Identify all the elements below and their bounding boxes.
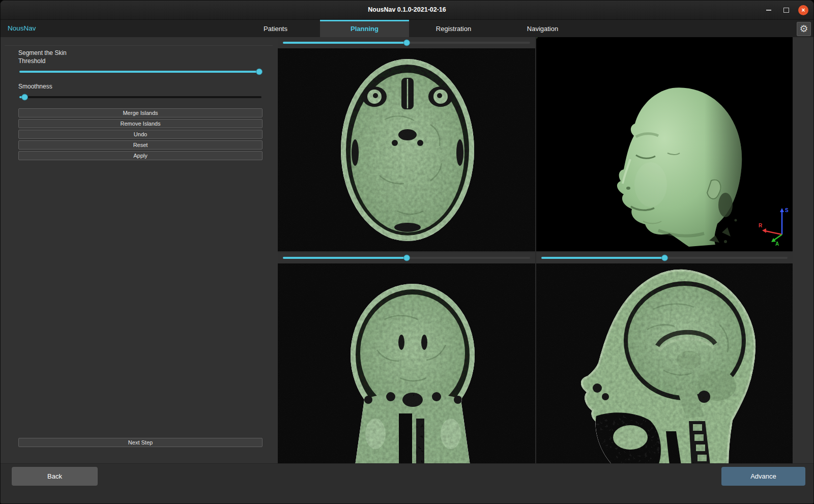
axial-slider-handle[interactable] [403, 40, 410, 46]
threshold-label: Threshold [18, 57, 263, 65]
close-button[interactable]: × [798, 5, 808, 15]
reset-button[interactable]: Reset [18, 140, 263, 150]
coronal-slider-strip [278, 252, 535, 263]
coronal-slider-track[interactable] [283, 257, 530, 259]
footer-bar: Back Advance [1, 463, 813, 503]
axial-slider-strip [278, 37, 535, 48]
tab-navigation[interactable]: Navigation [498, 20, 587, 37]
sagittal-slider-fill [541, 257, 664, 259]
advance-button[interactable]: Advance [721, 467, 805, 486]
tab-planning[interactable]: Planning [320, 20, 409, 37]
minimize-button[interactable] [764, 5, 774, 15]
coronal-slice-slider[interactable] [282, 254, 531, 262]
axial-viewport [278, 37, 535, 251]
apply-button[interactable]: Apply [18, 151, 263, 160]
sagittal-canvas[interactable] [536, 263, 793, 465]
coronal-viewport [278, 252, 535, 465]
app-logo: NousNav [8, 20, 36, 37]
threshold-slider-handle[interactable] [256, 69, 263, 75]
section-title: Segment the Skin [18, 49, 263, 56]
coronal-slider-fill [283, 257, 406, 259]
back-button[interactable]: Back [12, 467, 98, 486]
sagittal-slider-handle[interactable] [661, 255, 668, 261]
groupbox-border [5, 45, 273, 46]
next-step-button[interactable]: Next Step [18, 438, 263, 447]
segmentation-buttons: Merge Islands Remove Islands Undo Reset … [18, 108, 263, 160]
axial-canvas[interactable] [278, 48, 535, 251]
merge-islands-button[interactable]: Merge Islands [18, 108, 263, 117]
minimize-icon [766, 10, 771, 11]
window-controls: × [764, 1, 808, 19]
model3d-viewport: S R A [536, 37, 793, 251]
remove-islands-button[interactable]: Remove Islands [18, 119, 263, 128]
sagittal-viewport [536, 252, 793, 465]
smoothness-slider-fill [19, 96, 24, 98]
axis-label-superior: S [785, 207, 789, 213]
sagittal-slider-strip [536, 252, 793, 263]
axial-slider-track[interactable] [283, 42, 530, 44]
tab-patients[interactable]: Patients [231, 20, 320, 37]
maximize-icon [783, 8, 789, 13]
main-navbar: NousNav Patients Planning Registration N… [1, 20, 813, 38]
axial-slider-fill [283, 42, 406, 44]
axis-label-right: R [759, 223, 763, 228]
main-tabs: Patients Planning Registration Navigatio… [231, 20, 587, 37]
planning-sidebar: Segment the Skin Threshold Smoothness [1, 37, 278, 464]
threshold-slider-fill [19, 71, 259, 73]
content-area: Segment the Skin Threshold Smoothness [1, 37, 813, 464]
titlebar[interactable]: NousNav 0.1.0-2021-02-16 × [1, 1, 813, 20]
smoothness-label: Smoothness [18, 83, 263, 90]
axis-label-anterior: A [775, 241, 779, 247]
axial-slice-slider[interactable] [282, 39, 531, 47]
maximize-button[interactable] [781, 5, 791, 15]
sagittal-slice-slider[interactable] [540, 254, 789, 262]
viewport-grid: S R A [278, 37, 793, 464]
app-window: NousNav 0.1.0-2021-02-16 × NousNav Patie… [0, 0, 814, 504]
coronal-slider-handle[interactable] [403, 255, 410, 261]
window-title: NousNav 0.1.0-2021-02-16 [1, 1, 813, 19]
threshold-slider-track[interactable] [19, 71, 261, 73]
smoothness-slider-track[interactable] [19, 96, 261, 98]
smoothness-slider[interactable] [18, 93, 263, 101]
smoothness-slider-handle[interactable] [21, 94, 28, 101]
tab-registration[interactable]: Registration [409, 20, 498, 37]
model3d-canvas[interactable]: S R A [536, 37, 793, 251]
settings-gear-icon[interactable]: ⚙ [797, 22, 811, 36]
coronal-canvas[interactable] [278, 263, 535, 465]
sagittal-slider-track[interactable] [541, 257, 788, 259]
threshold-slider[interactable] [18, 68, 263, 76]
undo-button[interactable]: Undo [18, 130, 263, 139]
